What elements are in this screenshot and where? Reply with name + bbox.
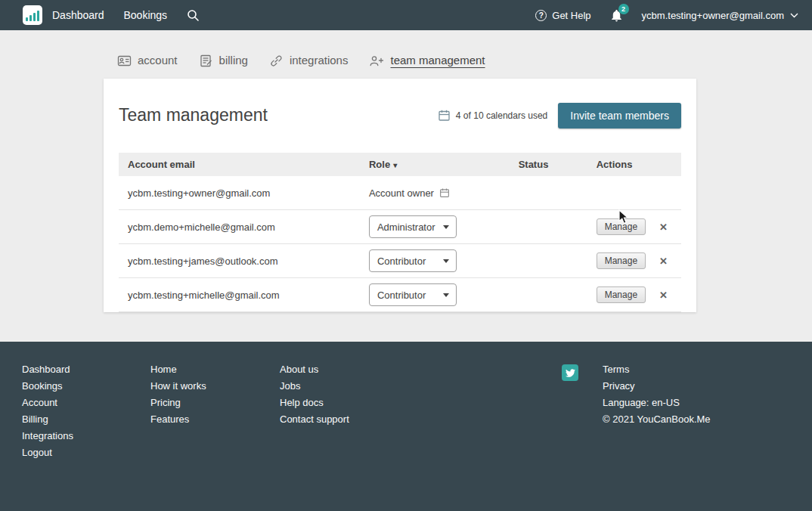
footer-language-link[interactable]: Language: en-US bbox=[603, 395, 711, 411]
notifications-button[interactable]: 2 bbox=[609, 8, 624, 23]
sort-caret-icon: ▾ bbox=[393, 161, 397, 169]
table-row: ycbm.testing+owner@gmail.com Account own… bbox=[119, 176, 681, 210]
footer-logout-link[interactable]: Logout bbox=[22, 444, 73, 461]
footer-integrations-link[interactable]: Integrations bbox=[22, 428, 73, 444]
member-status bbox=[510, 176, 587, 210]
get-help-link[interactable]: ? Get Help bbox=[535, 10, 590, 21]
footer-help-docs-link[interactable]: Help docs bbox=[280, 395, 349, 411]
account-card-icon bbox=[117, 54, 132, 68]
member-email: ycbm.testing+james@outlook.com bbox=[119, 244, 360, 278]
tab-account[interactable]: account bbox=[117, 53, 178, 68]
footer-nav-column: Dashboard Bookings Account Billing Integ… bbox=[22, 361, 73, 461]
person-plus-icon bbox=[369, 54, 384, 68]
logo-bar-icon bbox=[29, 15, 32, 21]
notification-badge: 2 bbox=[618, 4, 629, 14]
footer-dashboard-link[interactable]: Dashboard bbox=[22, 361, 73, 378]
table-row: ycbm.testing+james@outlook.com Contribut… bbox=[119, 244, 681, 278]
header-role-label: Role bbox=[369, 159, 390, 170]
role-select[interactable]: Contributor bbox=[369, 283, 457, 306]
footer-social bbox=[562, 364, 578, 381]
member-email: ycbm.demo+michelle@gmail.com bbox=[119, 210, 360, 244]
question-mark-icon: ? bbox=[535, 10, 547, 21]
member-email: ycbm.testing+michelle@gmail.com bbox=[119, 278, 360, 312]
app-logo[interactable] bbox=[23, 5, 42, 25]
member-email: ycbm.testing+owner@gmail.com bbox=[119, 176, 360, 210]
footer-legal-column: Terms Privacy Language: en-US © 2021 You… bbox=[603, 361, 711, 428]
header-actions: Actions bbox=[587, 153, 681, 176]
role-select-value: Administrator bbox=[377, 221, 435, 233]
tab-billing[interactable]: billing bbox=[199, 53, 248, 68]
footer-features-link[interactable]: Features bbox=[150, 411, 206, 428]
page-title: Team management bbox=[119, 105, 268, 125]
member-role: Account owner bbox=[369, 187, 501, 199]
team-members-table: Account email Role▾ Status Actions ycbm.… bbox=[119, 153, 681, 313]
footer-pricing-link[interactable]: Pricing bbox=[150, 395, 206, 411]
account-menu[interactable]: ycbm.testing+owner@gmail.com bbox=[642, 10, 798, 21]
member-actions: Manage ✕ bbox=[597, 218, 672, 235]
footer-about-us-link[interactable]: About us bbox=[280, 361, 349, 378]
remove-member-icon[interactable]: ✕ bbox=[655, 255, 672, 268]
tab-team-management-label: team management bbox=[390, 53, 485, 68]
footer-privacy-link[interactable]: Privacy bbox=[603, 378, 711, 395]
footer-bookings-link[interactable]: Bookings bbox=[22, 378, 73, 395]
team-management-card: Team management 4 of 10 calendars used I… bbox=[104, 79, 696, 312]
footer-product-column: Home How it works Pricing Features bbox=[150, 361, 206, 428]
billing-document-icon bbox=[199, 54, 213, 68]
role-select[interactable]: Administrator bbox=[369, 215, 457, 238]
tab-integrations-label: integrations bbox=[290, 53, 349, 68]
remove-member-icon[interactable]: ✕ bbox=[655, 289, 672, 302]
calendars-used-text: 4 of 10 calendars used bbox=[456, 110, 547, 121]
chevron-down-icon bbox=[443, 225, 449, 229]
footer-jobs-link[interactable]: Jobs bbox=[280, 378, 349, 395]
manage-button[interactable]: Manage bbox=[597, 252, 646, 269]
member-status bbox=[510, 210, 587, 244]
search-icon[interactable] bbox=[187, 9, 200, 22]
logo-bar-icon bbox=[37, 11, 39, 21]
member-status bbox=[510, 244, 587, 278]
calendars-used-indicator: 4 of 10 calendars used bbox=[438, 109, 547, 122]
nav-bookings-link[interactable]: Bookings bbox=[124, 9, 168, 21]
member-role-label: Account owner bbox=[369, 187, 434, 199]
role-select[interactable]: Contributor bbox=[369, 249, 457, 272]
page-footer: Dashboard Bookings Account Billing Integ… bbox=[0, 342, 812, 511]
remove-member-icon[interactable]: ✕ bbox=[655, 221, 672, 234]
calendar-icon bbox=[439, 187, 450, 198]
logo-bar-icon bbox=[26, 17, 28, 21]
logo-bar-icon bbox=[33, 13, 36, 21]
integrations-link-icon bbox=[269, 54, 284, 68]
footer-copyright: © 2021 YouCanBook.Me bbox=[603, 411, 711, 428]
footer-terms-link[interactable]: Terms bbox=[603, 361, 711, 378]
member-actions bbox=[587, 176, 681, 210]
twitter-icon[interactable] bbox=[562, 364, 578, 381]
tab-integrations[interactable]: integrations bbox=[269, 53, 349, 68]
chevron-down-icon bbox=[443, 259, 449, 263]
table-row: ycbm.demo+michelle@gmail.com Administrat… bbox=[119, 210, 681, 244]
member-actions: Manage ✕ bbox=[597, 252, 672, 269]
footer-billing-link[interactable]: Billing bbox=[22, 411, 73, 428]
nav-dashboard-link[interactable]: Dashboard bbox=[52, 9, 104, 21]
calendar-icon bbox=[438, 109, 451, 122]
member-status bbox=[510, 278, 587, 312]
header-role[interactable]: Role▾ bbox=[360, 153, 510, 176]
tab-team-management[interactable]: team management bbox=[369, 53, 485, 68]
table-row: ycbm.testing+michelle@gmail.com Contribu… bbox=[119, 278, 681, 312]
invite-team-members-button[interactable]: Invite team members bbox=[558, 103, 681, 129]
role-select-value: Contributor bbox=[377, 290, 426, 301]
footer-how-it-works-link[interactable]: How it works bbox=[150, 378, 206, 395]
footer-contact-support-link[interactable]: Contact support bbox=[280, 411, 349, 428]
header-account-email: Account email bbox=[119, 153, 360, 176]
manage-button[interactable]: Manage bbox=[597, 286, 646, 303]
account-email: ycbm.testing+owner@gmail.com bbox=[642, 10, 784, 21]
footer-home-link[interactable]: Home bbox=[150, 361, 206, 378]
header-status: Status bbox=[510, 153, 587, 176]
chevron-down-icon bbox=[790, 13, 798, 18]
get-help-label: Get Help bbox=[552, 10, 590, 21]
primary-nav: Dashboard Bookings bbox=[52, 9, 200, 22]
role-select-value: Contributor bbox=[377, 256, 426, 267]
settings-tabs: account billing integrations team manage… bbox=[0, 30, 812, 68]
manage-button[interactable]: Manage bbox=[597, 218, 646, 235]
footer-account-link[interactable]: Account bbox=[22, 395, 73, 411]
chevron-down-icon bbox=[443, 293, 449, 297]
tab-account-label: account bbox=[138, 53, 178, 68]
footer-company-column: About us Jobs Help docs Contact support bbox=[280, 361, 349, 428]
